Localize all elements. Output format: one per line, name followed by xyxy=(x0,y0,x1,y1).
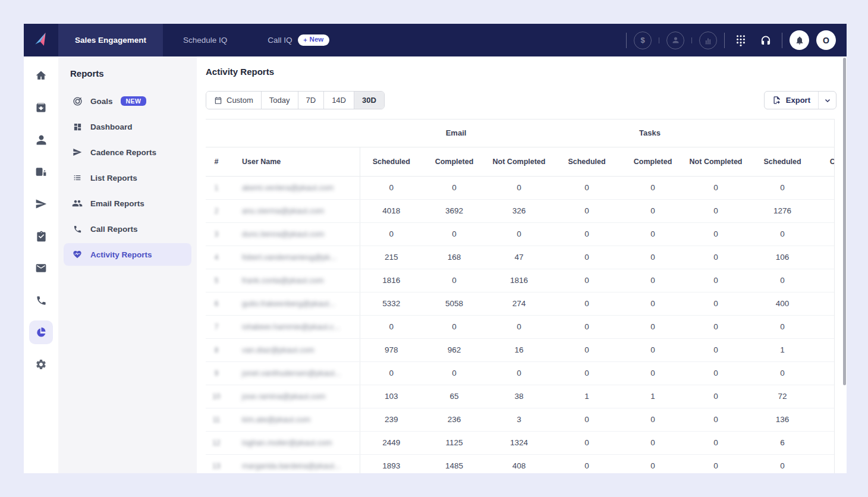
app-logo[interactable] xyxy=(24,24,58,56)
table-row: 9jonet.vanthudersen@pkaut...0000000 xyxy=(206,361,835,385)
product-tab-sales-engagement[interactable]: Sales Engagement xyxy=(58,24,163,56)
user-avatar[interactable]: O xyxy=(816,30,836,50)
column-header: Scheduled xyxy=(360,147,423,176)
metric-cell: 0 xyxy=(684,269,747,292)
metric-cell: 239 xyxy=(360,408,423,431)
metric-cell: 136 xyxy=(747,408,817,431)
metric-cell: 0 xyxy=(423,361,486,385)
metric-cell: 0 xyxy=(360,222,423,246)
user-name-cell: guito.frakeenberg@pkaut... xyxy=(227,292,360,315)
metric-cell: 0 xyxy=(552,269,621,292)
metric-cell-clipped xyxy=(817,269,835,292)
rail-cadences-button[interactable] xyxy=(29,192,53,216)
filter-today-button[interactable]: Today xyxy=(262,92,298,109)
sidebar-item-call-reports[interactable]: Call Reports xyxy=(64,218,191,240)
metric-cell-clipped xyxy=(817,292,835,315)
calendar-icon xyxy=(214,96,222,105)
metric-cell: 1324 xyxy=(486,431,552,454)
export-split-button: Export xyxy=(764,91,836,109)
metric-cell: 0 xyxy=(552,361,621,385)
metric-cell: 0 xyxy=(684,315,747,338)
metric-cell: 0 xyxy=(552,408,621,431)
sidebar-item-goals[interactable]: Goals NEW xyxy=(64,90,191,112)
profile-icon[interactable] xyxy=(666,32,684,49)
metric-cell: 0 xyxy=(684,361,747,385)
divider xyxy=(626,33,627,48)
sidebar-item-list-reports[interactable]: List Reports xyxy=(64,166,191,189)
metric-cell: 0 xyxy=(621,315,684,338)
user-name-cell: frank.conta@pkaut.com xyxy=(227,269,360,292)
rail-settings-button[interactable] xyxy=(29,353,53,376)
rail-contacts-button[interactable] xyxy=(29,128,53,152)
filter-custom-button[interactable]: Custom xyxy=(206,92,262,109)
column-group-email: Email xyxy=(360,119,552,147)
metric-cell: 0 xyxy=(552,292,621,315)
table-row: 13margarida.bardeira@pkaut...18931485408… xyxy=(206,454,835,473)
activity-report-table-container[interactable]: EmailTasks#User NameScheduledCompletedNo… xyxy=(206,119,835,473)
rail-inbox-button[interactable] xyxy=(29,96,53,119)
vertical-scrollbar[interactable] xyxy=(843,58,846,472)
metric-cell: 72 xyxy=(747,385,817,408)
sidebar-item-label: Activity Reports xyxy=(90,250,152,259)
billing-icon[interactable]: $ xyxy=(634,32,652,49)
analytics-icon[interactable] xyxy=(699,32,717,49)
group-header-spacer xyxy=(206,119,360,147)
product-tab-schedule-iq[interactable]: Schedule IQ xyxy=(163,24,247,56)
table-row: 4fobert.vandemaniesg@pk...21516847000106 xyxy=(206,246,835,269)
send-plane-icon xyxy=(35,198,47,210)
rail-calls-button[interactable] xyxy=(29,288,53,312)
table-row: 10jose.ramina@pkaut.com103653811072 xyxy=(206,385,835,408)
export-dropdown-button[interactable] xyxy=(818,92,836,109)
metric-cell: 215 xyxy=(360,246,423,269)
rail-accounts-button[interactable] xyxy=(29,160,53,184)
page-title: Activity Reports xyxy=(206,67,274,77)
table-row: 5frank.conta@pkaut.com1816018160000 xyxy=(206,269,835,292)
rail-tasks-button[interactable] xyxy=(29,224,53,248)
user-email-blurred: anu.sterma@pkaut.com xyxy=(242,206,324,215)
sidebar-item-cadence-reports[interactable]: Cadence Reports xyxy=(64,141,191,163)
product-tab-call-iq[interactable]: Call IQ New xyxy=(247,24,350,56)
row-number-blurred: 13 xyxy=(212,462,220,470)
metric-cell-clipped xyxy=(817,385,835,408)
metric-cell: 1 xyxy=(747,338,817,361)
metric-cell: 0 xyxy=(360,361,423,385)
rail-home-button[interactable] xyxy=(29,64,53,87)
headset-support-icon[interactable] xyxy=(757,32,775,49)
user-name-cell: dunc.benra@pkaut.com xyxy=(227,222,360,246)
metric-cell: 0 xyxy=(621,361,684,385)
new-badge: NEW xyxy=(121,96,147,106)
metric-cell: 106 xyxy=(747,246,817,269)
filter-30d-button[interactable]: 30D xyxy=(354,92,384,109)
filter-14d-button[interactable]: 14D xyxy=(324,92,354,109)
row-number-blurred: 9 xyxy=(215,369,219,378)
table-row: 8van.diaz@pkaut.com978962160001 xyxy=(206,338,835,361)
rail-reports-button[interactable] xyxy=(29,320,53,344)
metric-cell: 0 xyxy=(621,454,684,473)
scrollbar-thumb[interactable] xyxy=(843,58,846,385)
sidebar-item-label: Dashboard xyxy=(90,122,133,131)
table-row: 2anu.sterma@pkaut.com401836923260001276 xyxy=(206,199,835,222)
notifications-button[interactable] xyxy=(790,30,809,50)
metric-cell: 0 xyxy=(423,176,486,199)
metric-cell: 47 xyxy=(486,246,552,269)
sidebar-item-dashboard[interactable]: Dashboard xyxy=(64,115,191,138)
metric-cell-clipped xyxy=(817,222,835,246)
filter-7d-button[interactable]: 7D xyxy=(298,92,325,109)
row-number-cell: 7 xyxy=(206,315,227,338)
sidebar-item-activity-reports[interactable]: Activity Reports xyxy=(64,243,191,266)
metric-cell: 0 xyxy=(552,315,621,338)
metric-cell: 0 xyxy=(684,431,747,454)
metric-cell: 0 xyxy=(747,315,817,338)
sidebar-item-email-reports[interactable]: Email Reports xyxy=(64,192,191,215)
user-email-blurred: loghan.moiler@pkaut.com xyxy=(242,438,332,447)
rail-emails-button[interactable] xyxy=(29,256,53,280)
export-button[interactable]: Export xyxy=(765,92,818,109)
user-name-cell: fobert.vandemaniesg@pk... xyxy=(227,246,360,269)
metric-cell: 0 xyxy=(621,431,684,454)
dialpad-icon[interactable] xyxy=(732,32,750,49)
sidebar-item-label: Cadence Reports xyxy=(90,148,156,157)
metric-cell: 2449 xyxy=(360,431,423,454)
metric-cell: 236 xyxy=(423,408,486,431)
row-number-blurred: 6 xyxy=(215,300,219,308)
metric-cell: 0 xyxy=(486,361,552,385)
